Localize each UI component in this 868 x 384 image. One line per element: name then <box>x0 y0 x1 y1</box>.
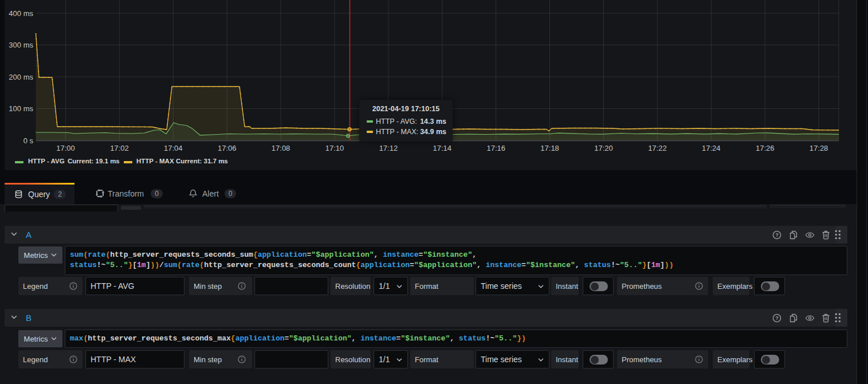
svg-text:17:00: 17:00 <box>56 144 75 152</box>
svg-text:17:26: 17:26 <box>756 144 775 152</box>
svg-text:300 ms: 300 ms <box>9 41 33 49</box>
svg-text:17:22: 17:22 <box>648 144 667 152</box>
svg-text:17:06: 17:06 <box>218 144 237 152</box>
svg-text:17:10: 17:10 <box>325 144 344 152</box>
svg-text:400 ms: 400 ms <box>9 9 33 18</box>
svg-text:17:12: 17:12 <box>379 144 398 152</box>
svg-text:0 s: 0 s <box>23 136 34 145</box>
svg-text:17:24: 17:24 <box>702 144 721 152</box>
svg-text:?: ? <box>775 232 778 238</box>
svg-text:?: ? <box>775 315 778 321</box>
svg-text:17:20: 17:20 <box>594 144 613 152</box>
svg-text:17:16: 17:16 <box>486 144 505 152</box>
svg-text:200 ms: 200 ms <box>9 73 33 81</box>
svg-text:100 ms: 100 ms <box>9 104 33 113</box>
svg-text:17:28: 17:28 <box>810 144 828 152</box>
svg-text:17:02: 17:02 <box>110 144 129 152</box>
svg-text:17:14: 17:14 <box>433 144 452 152</box>
svg-text:17:18: 17:18 <box>540 144 559 152</box>
svg-text:17:08: 17:08 <box>272 144 290 152</box>
svg-text:17:04: 17:04 <box>164 144 183 152</box>
